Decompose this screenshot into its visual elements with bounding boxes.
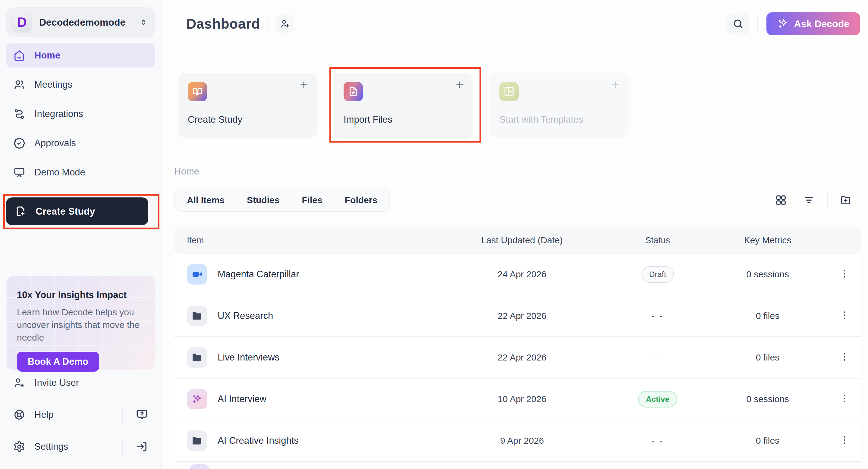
list-toolbar-row: All ItemsStudiesFilesFolders [174, 189, 861, 212]
ask-decode-label: Ask Decode [794, 19, 849, 30]
workspace-logo: D [13, 13, 31, 32]
plus-icon[interactable] [610, 80, 621, 90]
user-plus-icon [13, 377, 25, 389]
life-buoy-icon [13, 409, 25, 421]
table-row[interactable]: Magenta Caterpillar 24 Apr 2026 Draft 0 … [174, 254, 861, 295]
folder-icon [191, 310, 203, 322]
footer-divider [122, 406, 123, 423]
col-status: Status [645, 236, 670, 245]
card-import-files[interactable]: Import Files [334, 73, 472, 138]
item-date: 10 Apr 2026 [498, 394, 547, 404]
table-row[interactable]: Live Interviews 22 Apr 2026 - - 0 files [174, 337, 861, 379]
page-header: Dashboard Ask Decode [173, 0, 864, 48]
partial-row-icon [189, 464, 210, 469]
item-date: 9 Apr 2026 [500, 436, 544, 446]
item-name: Magenta Caterpillar [218, 269, 299, 280]
col-key-metrics: Key Metrics [744, 235, 792, 245]
table-body: Magenta Caterpillar 24 Apr 2026 Draft 0 … [174, 254, 861, 462]
message-question-icon[interactable] [135, 408, 148, 421]
item-metric: 0 sessions [746, 394, 789, 404]
ask-decode-button[interactable]: Ask Decode [767, 12, 860, 35]
search-button[interactable] [727, 13, 749, 35]
page-title: Dashboard [186, 16, 260, 32]
plus-icon[interactable] [455, 80, 465, 90]
workspace-name: Decodedemomode [39, 17, 138, 28]
sparkles-icon [777, 18, 789, 30]
item-metric: 0 files [756, 311, 779, 321]
item-date: 22 Apr 2026 [498, 352, 547, 363]
sidebar-create-study-button[interactable]: Create Study [6, 197, 148, 225]
file-down-icon [347, 86, 359, 97]
footer-divider [122, 438, 123, 455]
user-plus-icon [280, 19, 290, 29]
sidebar-item-demo-mode[interactable]: Demo Mode [6, 160, 155, 184]
quick-action-cards: Create Study Import Files Start with Tem… [178, 73, 868, 138]
item-name: UX Research [218, 310, 273, 321]
create-study-label: Create Study [36, 206, 95, 217]
log-out-icon[interactable] [135, 440, 148, 453]
table-header: Item Last Updated (Date) Status Key Metr… [174, 227, 861, 254]
book-open-icon [192, 86, 203, 97]
table-row[interactable]: AI Creative Insights 9 Apr 2026 - - 0 fi… [174, 420, 861, 462]
item-name: AI Interview [218, 394, 267, 405]
status-badge: - - [652, 311, 663, 320]
folder-plus-icon[interactable] [840, 194, 852, 206]
kebab-menu-icon[interactable] [839, 350, 850, 364]
kebab-menu-icon[interactable] [839, 433, 850, 447]
table-row[interactable]: AI Interview 10 Apr 2026 Active 0 sessio… [174, 379, 861, 420]
table-row[interactable]: UX Research 22 Apr 2026 - - 0 files [174, 295, 861, 337]
tab-all-items[interactable]: All Items [187, 195, 224, 205]
sidebar-item-integrations[interactable]: Integrations [6, 102, 155, 126]
file-plus-icon [14, 205, 27, 217]
ai-sparkles-icon [191, 393, 203, 405]
sidebar-item-approvals[interactable]: Approvals [6, 131, 155, 155]
kebab-menu-icon[interactable] [839, 267, 850, 280]
folder-icon [191, 351, 203, 364]
kebab-menu-icon[interactable] [839, 309, 850, 322]
integrations-icon [13, 108, 25, 120]
list-tools [775, 192, 861, 208]
meetings-icon [13, 79, 25, 91]
gear-icon [13, 441, 25, 453]
layout-template-icon [503, 86, 515, 97]
chevrons-up-down-icon [138, 18, 148, 27]
plus-icon[interactable] [299, 80, 309, 90]
status-badge: - - [652, 436, 663, 445]
item-name: Live Interviews [218, 352, 279, 363]
tab-folders[interactable]: Folders [345, 195, 377, 205]
tools-divider [827, 192, 828, 208]
item-metric: 0 files [756, 436, 779, 446]
main-content: Dashboard Ask Decode Create Study Imp [161, 0, 868, 469]
kebab-menu-icon[interactable] [839, 392, 850, 405]
item-name: AI Creative Insights [218, 435, 299, 446]
demo-mode-icon [13, 166, 25, 179]
card-start-with-templates[interactable]: Start with Templates [490, 73, 628, 138]
card-create-study[interactable]: Create Study [178, 73, 317, 138]
partial-next-row [174, 462, 861, 469]
filter-icon[interactable] [803, 194, 815, 206]
promo-card: 10x Your Insights Impact Learn how Decod… [6, 276, 156, 370]
video-icon [191, 268, 203, 280]
col-item: Item [187, 236, 429, 245]
approvals-icon [13, 137, 25, 149]
tab-files[interactable]: Files [302, 195, 322, 205]
header-actions-divider [757, 17, 758, 31]
item-metric: 0 files [756, 352, 779, 363]
sidebar-footer-settings[interactable]: Settings [6, 433, 156, 461]
tab-studies[interactable]: Studies [247, 195, 279, 205]
sidebar-footer-invite-user[interactable]: Invite User [6, 369, 156, 397]
promo-body: Learn how Decode helps you uncover insig… [17, 306, 145, 344]
sidebar-footer-help[interactable]: Help [6, 401, 156, 429]
col-last-updated: Last Updated (Date) [481, 235, 563, 245]
promo-title: 10x Your Insights Impact [17, 290, 145, 301]
status-badge: - - [652, 353, 663, 362]
breadcrumb: Home [174, 166, 868, 177]
item-date: 22 Apr 2026 [498, 311, 547, 321]
home-icon [13, 50, 25, 61]
layout-grid-icon[interactable] [775, 194, 787, 206]
workspace-selector[interactable]: D Decodedemomode [6, 7, 155, 37]
sidebar-item-meetings[interactable]: Meetings [6, 73, 155, 97]
invite-collaborator-button[interactable] [276, 14, 294, 33]
items-table: Item Last Updated (Date) Status Key Metr… [174, 227, 861, 469]
sidebar-item-home[interactable]: Home [6, 43, 155, 67]
